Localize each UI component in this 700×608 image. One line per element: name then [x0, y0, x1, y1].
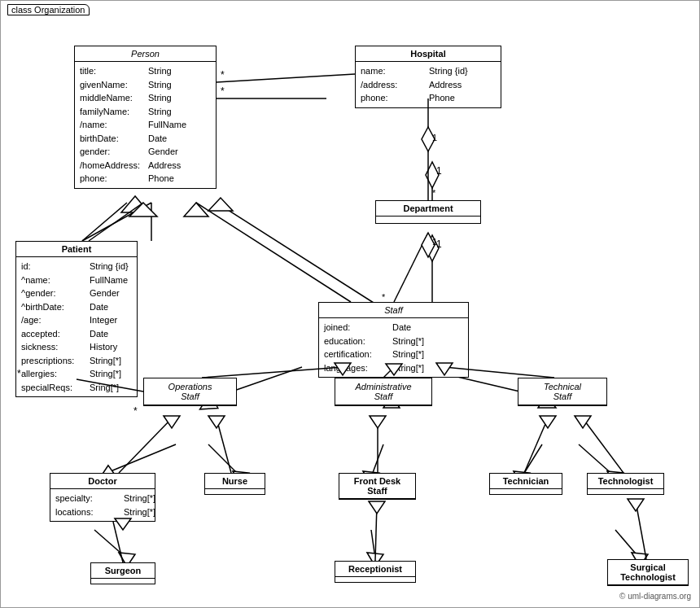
class-hospital-attrs: name:String {id} /address:Address phone:… [356, 62, 501, 107]
svg-line-36 [615, 530, 640, 558]
class-operations-staff: OperationsStaff [143, 378, 237, 406]
class-front-desk-staff: Front DeskStaff [339, 473, 416, 500]
svg-line-14 [217, 203, 392, 314]
class-technician: Technician [489, 473, 562, 495]
svg-marker-7 [426, 235, 439, 261]
class-front-desk-staff-name: Front DeskStaff [339, 474, 415, 499]
svg-line-32 [94, 530, 127, 558]
class-patient-name: Patient [16, 242, 137, 257]
copyright: © uml-diagrams.org [619, 592, 691, 601]
svg-text:1: 1 [436, 165, 442, 177]
svg-marker-51 [184, 203, 208, 217]
svg-line-65 [524, 418, 548, 473]
svg-marker-66 [540, 416, 556, 428]
class-patient-attrs: id:String {id} ^name:FullName ^gender:Ge… [16, 257, 137, 396]
class-person: Person title:String givenName:String mid… [74, 46, 217, 189]
class-department-attrs [376, 217, 480, 223]
svg-text:*: * [221, 69, 225, 81]
svg-line-59 [119, 418, 172, 473]
svg-line-50 [196, 203, 351, 302]
svg-text:*: * [221, 85, 225, 97]
svg-marker-3 [426, 162, 439, 188]
svg-marker-62 [208, 416, 225, 428]
class-nurse-name: Nurse [205, 474, 265, 489]
svg-marker-68 [575, 416, 591, 428]
svg-marker-15 [208, 198, 233, 211]
class-hospital-name: Hospital [356, 46, 501, 62]
class-surgeon-name: Surgeon [91, 563, 155, 579]
class-technologist: Technologist [587, 473, 664, 495]
svg-line-38 [217, 74, 355, 82]
class-receptionist-name: Receptionist [335, 562, 415, 577]
diagram: class Organization * 1 * 1 * [0, 0, 700, 608]
diagram-title: class Organization [7, 4, 90, 15]
class-surgeon-attrs [91, 579, 155, 584]
class-nurse: Nurse [204, 473, 265, 495]
svg-marker-45 [422, 233, 435, 257]
svg-line-24 [208, 444, 241, 477]
svg-line-44 [394, 233, 428, 302]
svg-line-34 [371, 530, 375, 558]
svg-line-26 [371, 444, 383, 477]
class-technician-attrs [490, 489, 562, 494]
class-department: Department [375, 200, 481, 224]
svg-line-69 [113, 522, 123, 562]
svg-marker-60 [164, 416, 180, 428]
svg-marker-49 [129, 203, 157, 217]
svg-text:1: 1 [432, 133, 437, 142]
svg-text:*: * [133, 405, 138, 417]
svg-marker-64 [370, 416, 386, 428]
svg-marker-13 [121, 196, 149, 212]
class-doctor-attrs: specialty:String[*] locations:String[*] [50, 489, 155, 521]
class-technologist-name: Technologist [588, 474, 663, 489]
class-surgeon: Surgeon [90, 562, 155, 584]
class-administrative-staff-name: AdministrativeStaff [335, 378, 431, 405]
class-administrative-staff: AdministrativeStaff [335, 378, 432, 406]
svg-line-48 [89, 203, 143, 241]
svg-line-12 [82, 203, 127, 241]
class-technical-staff-name: TechnicalStaff [518, 378, 606, 405]
class-department-name: Department [376, 201, 480, 217]
svg-marker-74 [628, 499, 644, 511]
class-surgical-technologist-name: SurgicalTechnologist [608, 560, 688, 585]
svg-marker-72 [369, 501, 385, 514]
class-staff-attrs: joined:Date education:String[*] certific… [319, 318, 468, 377]
svg-line-11 [82, 203, 151, 241]
class-receptionist: Receptionist [335, 561, 416, 583]
class-technologist-attrs [588, 489, 663, 494]
class-hospital: Hospital name:String {id} /address:Addre… [355, 46, 501, 108]
class-technical-staff: TechnicalStaff [518, 378, 607, 406]
svg-text:1: 1 [436, 238, 442, 250]
class-nurse-attrs [205, 489, 265, 494]
svg-line-71 [375, 504, 377, 561]
svg-text:*: * [432, 188, 436, 198]
svg-line-30 [579, 444, 615, 477]
class-operations-staff-name: OperationsStaff [144, 378, 236, 405]
svg-marker-41 [422, 127, 435, 151]
class-person-attrs: title:String givenName:String middleName… [75, 62, 216, 188]
class-technician-name: Technician [490, 474, 562, 489]
class-doctor: Doctor specialty:String[*] locations:Str… [50, 473, 155, 522]
class-patient: Patient id:String {id} ^name:FullName ^g… [15, 241, 138, 397]
class-receptionist-attrs [335, 577, 415, 582]
class-doctor-name: Doctor [50, 474, 155, 489]
svg-line-67 [583, 418, 623, 473]
svg-text:1: 1 [432, 237, 437, 247]
class-staff-name: Staff [319, 303, 468, 318]
class-person-name: Person [75, 46, 216, 62]
class-surgical-technologist: SurgicalTechnologist [607, 559, 689, 586]
class-staff: Staff joined:Date education:String[*] ce… [318, 302, 469, 378]
svg-line-28 [522, 444, 542, 477]
svg-line-61 [217, 418, 231, 473]
svg-text:*: * [382, 292, 386, 302]
svg-line-73 [636, 501, 646, 559]
svg-line-22 [107, 444, 176, 473]
